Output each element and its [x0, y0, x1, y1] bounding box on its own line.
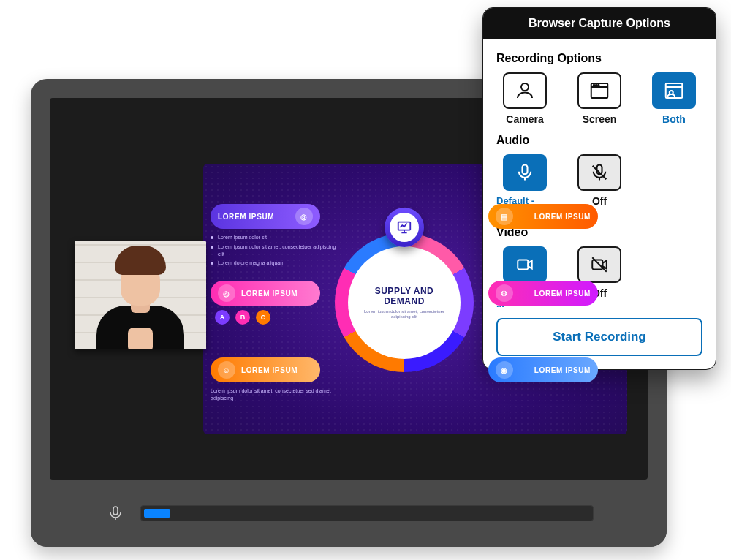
- target-icon: ◎: [218, 284, 235, 302]
- slide-title: SUPPLY AND DEMAND: [357, 286, 452, 306]
- slide-pill-4: ▤ LOREM IPSUM: [488, 204, 598, 229]
- bulb-icon: ◉: [496, 361, 513, 379]
- abc-badges: A B C: [215, 310, 270, 325]
- audio-level-fill: [144, 509, 170, 518]
- svg-rect-1: [113, 507, 118, 515]
- slide-pill-1: LOREM IPSUM ◎: [211, 204, 320, 229]
- svg-point-6: [598, 85, 599, 86]
- camera-preview: [75, 241, 206, 349]
- recording-options-row: Camera Screen Both: [496, 72, 702, 125]
- slide-bullets: Lorem ipsum dolor sit Lorem ipsum dolor …: [211, 234, 342, 269]
- svg-rect-12: [592, 260, 602, 270]
- doc-icon: ▤: [496, 208, 513, 225]
- screen-icon: [577, 72, 621, 109]
- slide-pill-5: ⚙ LOREM IPSUM: [488, 281, 598, 306]
- slide-pill-3: ☺ LOREM IPSUM: [211, 357, 320, 382]
- option-label: Both: [662, 113, 686, 125]
- presentation-slide: LOREM IPSUM ◎ Lorem ipsum dolor sit Lore…: [203, 164, 627, 434]
- option-screen[interactable]: Screen: [571, 72, 628, 125]
- svg-point-4: [594, 85, 595, 86]
- presentation-icon: [390, 213, 419, 242]
- mic-toggle[interactable]: [104, 502, 127, 525]
- gear-icon: ⚙: [496, 284, 513, 302]
- slide-subtitle: Lorem ipsum dolor sit amet, consectetuer…: [357, 309, 452, 319]
- chart-badge: [385, 208, 424, 247]
- option-camera[interactable]: Camera: [496, 72, 553, 125]
- panel-title: Browser Capture Options: [483, 8, 716, 39]
- viewer-toolbar: [31, 480, 667, 547]
- svg-point-5: [596, 85, 597, 86]
- svg-rect-11: [518, 260, 528, 270]
- capture-options-panel: Browser Capture Options Recording Option…: [482, 7, 716, 370]
- both-icon: [652, 72, 696, 109]
- audio-level-bar[interactable]: [140, 505, 594, 521]
- option-label: Screen: [583, 113, 617, 125]
- pill-label: LOREM IPSUM: [241, 290, 298, 298]
- pill-label: LOREM IPSUM: [534, 366, 591, 374]
- target-icon: ◎: [295, 208, 313, 225]
- center-ring: SUPPLY AND DEMAND Lorem ipsum dolor sit …: [335, 233, 474, 372]
- person-icon: ☺: [218, 361, 235, 379]
- pill-label: LOREM IPSUM: [534, 290, 591, 298]
- pill-label: LOREM IPSUM: [218, 213, 274, 221]
- presenter-avatar: [93, 254, 188, 349]
- audio-title: Audio: [496, 134, 702, 147]
- camera-icon: [503, 72, 547, 109]
- slide-pill-2: ◎ LOREM IPSUM: [211, 281, 320, 306]
- option-both[interactable]: Both: [645, 72, 702, 125]
- start-recording-button[interactable]: Start Recording: [496, 318, 702, 356]
- mic-off-icon: [577, 154, 621, 191]
- svg-rect-9: [523, 165, 528, 175]
- pill-label: LOREM IPSUM: [241, 366, 298, 374]
- recording-options-title: Recording Options: [496, 52, 702, 65]
- slide-pill-6: ◉ LOREM IPSUM: [488, 357, 598, 382]
- cam-off-icon: [577, 246, 621, 283]
- slide-subtext: Lorem ipsum dolor sit amet, consectetuer…: [211, 387, 349, 402]
- cam-icon: [503, 246, 547, 283]
- option-label: Off: [592, 195, 607, 207]
- mic-icon: [503, 154, 547, 191]
- pill-label: LOREM IPSUM: [534, 213, 591, 221]
- svg-point-2: [521, 83, 529, 91]
- option-label: Camera: [506, 113, 543, 125]
